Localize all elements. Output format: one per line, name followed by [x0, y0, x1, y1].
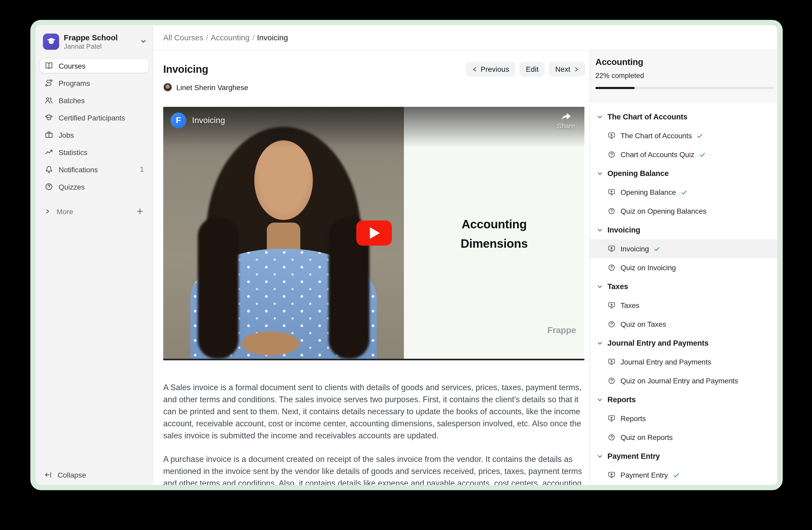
video-channel-chip[interactable]: F Invoicing [171, 113, 225, 128]
help-circle-icon [44, 182, 53, 191]
check-icon [653, 245, 661, 253]
chevron-down-icon [597, 227, 603, 233]
trending-up-icon [44, 148, 53, 157]
outline-section[interactable]: Taxes [590, 277, 778, 296]
outline-item[interactable]: Quiz on Taxes [590, 315, 778, 334]
chevron-down-icon [597, 170, 603, 176]
check-icon [672, 471, 680, 479]
outline-item[interactable]: The Chart of Accounts [590, 126, 778, 145]
chevron-down-icon [597, 340, 603, 346]
add-button[interactable] [136, 207, 144, 215]
check-icon [680, 188, 688, 196]
lesson-icon [607, 414, 616, 423]
lesson-paragraph: A purchase invoice is a document created… [163, 453, 584, 485]
quiz-icon [607, 150, 616, 159]
quiz-icon [607, 433, 616, 442]
sidebar-nav: Courses Programs Batches [35, 59, 153, 194]
video-player[interactable]: Accounting Dimensions Frappe F Invoicing [163, 107, 584, 360]
sidebar-item-jobs[interactable]: Jobs [40, 128, 149, 142]
edit-button[interactable]: Edit [520, 62, 545, 76]
outline-item-active[interactable]: Invoicing [590, 239, 778, 258]
outline-section[interactable]: Journal Entry and Payments [590, 334, 778, 352]
sidebar-item-statistics[interactable]: Statistics [40, 145, 149, 159]
outline-item[interactable]: Quiz on Invoicing [590, 258, 778, 277]
collapse-sidebar-button[interactable]: Collapse [43, 470, 86, 479]
outline-item[interactable]: Chart of Accounts Quiz [590, 145, 778, 164]
lesson-icon [607, 358, 616, 366]
lesson-icon [607, 471, 616, 479]
outline-item[interactable]: Quiz on Opening Balances [590, 201, 778, 221]
collapse-left-icon [43, 470, 52, 479]
play-icon [370, 227, 380, 239]
channel-avatar: F [171, 113, 186, 128]
app-window: Frappe School Jannat Patel Courses [30, 20, 783, 490]
check-icon [698, 151, 706, 158]
outline-item[interactable]: Quiz on Reports [590, 428, 778, 447]
outline-item[interactable]: Journal Entry and Payments [590, 352, 778, 371]
outline-section[interactable]: Invoicing [590, 221, 778, 239]
lesson-icon [607, 301, 616, 309]
lesson-icon [607, 245, 616, 253]
progress-label: 22% completed [595, 71, 773, 80]
lesson-icon [607, 188, 616, 196]
youtube-play-button[interactable] [356, 220, 392, 245]
outline-item[interactable]: Quiz on Journal Entry and Payments [590, 371, 778, 390]
notifications-count-badge: 1 [140, 166, 144, 173]
sidebar-item-batches[interactable]: Batches [40, 93, 149, 107]
workspace-switcher[interactable]: Frappe School Jannat Patel [43, 31, 149, 51]
lesson-icon [607, 131, 616, 140]
slide-title-line1: Accounting [404, 215, 584, 234]
share-arrow-icon [560, 111, 572, 122]
chevron-right-icon [44, 208, 50, 214]
brand-title: Frappe School [64, 33, 140, 42]
progress-bar-fill [595, 87, 635, 89]
share-button[interactable]: Share [557, 111, 575, 130]
chevron-right-icon [574, 66, 579, 72]
frappe-school-logo [43, 33, 59, 50]
sidebar-item-quizzes[interactable]: Quizzes [40, 180, 149, 194]
chevron-left-icon [472, 66, 477, 72]
outline-item[interactable]: Taxes [590, 296, 778, 315]
outline-section[interactable]: Reports [590, 390, 778, 409]
breadcrumb-accounting[interactable]: Accounting [211, 33, 249, 42]
author-name: Linet Sherin Varghese [176, 83, 248, 92]
sidebar-item-notifications[interactable]: Notifications 1 [40, 162, 149, 177]
slide-title-line2: Dimensions [404, 234, 584, 253]
plus-icon [136, 207, 144, 215]
screen-background: Frappe School Jannat Patel Courses [0, 0, 812, 530]
outline-section[interactable]: Opening Balance [590, 164, 778, 183]
outline-item[interactable]: Reports [590, 409, 778, 428]
lesson-content: Invoicing Previous Edit Nex [153, 50, 590, 485]
quiz-icon [607, 320, 616, 329]
breadcrumb-current: Invoicing [257, 33, 288, 42]
outline-section[interactable]: Payment Entry [590, 447, 778, 465]
course-progress-header: Accounting 22% completed [590, 50, 778, 102]
user-name: Jannat Patel [64, 42, 140, 50]
quiz-icon [607, 207, 616, 215]
outline-item[interactable]: Payment Entry [590, 465, 778, 485]
check-icon [696, 132, 704, 140]
chevron-down-icon [597, 283, 603, 289]
chevron-down-icon [597, 453, 603, 459]
outline-section[interactable]: The Chart of Accounts [590, 107, 778, 126]
sidebar-more[interactable]: More [40, 204, 149, 219]
lesson-paragraph: A Sales invoice is a formal document sen… [163, 381, 584, 442]
briefcase-icon [44, 130, 53, 139]
quiz-icon [607, 263, 616, 272]
graduation-cap-icon [44, 113, 53, 122]
sidebar-item-certified-participants[interactable]: Certified Participants [40, 111, 149, 125]
outline-item[interactable]: Opening Balance [590, 183, 778, 201]
course-outline-panel: Accounting 22% completed The Chart of Ac… [590, 50, 778, 485]
course-outline: The Chart of Accounts The Chart of Accou… [590, 102, 778, 485]
breadcrumb: All Courses / Accounting / Invoicing [153, 25, 778, 50]
previous-button[interactable]: Previous [465, 62, 516, 76]
users-icon [44, 96, 53, 105]
chevron-down-icon [140, 38, 146, 44]
sidebar-item-courses[interactable]: Courses [40, 59, 149, 73]
sidebar-item-programs[interactable]: Programs [40, 76, 149, 90]
quiz-icon [607, 377, 616, 385]
frappe-watermark: Frappe [547, 325, 576, 336]
breadcrumb-all-courses[interactable]: All Courses [163, 33, 203, 42]
progress-bar [595, 87, 773, 89]
next-button[interactable]: Next [549, 62, 585, 76]
